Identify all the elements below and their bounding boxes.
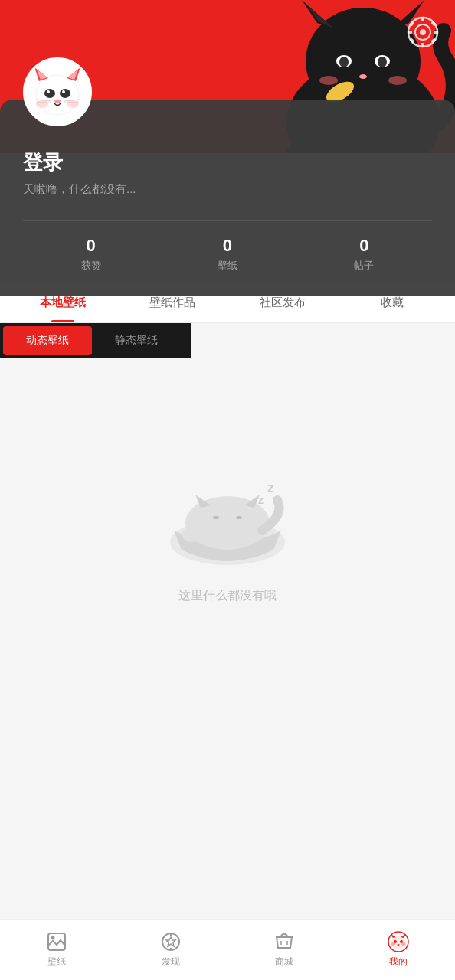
svg-point-43 bbox=[185, 496, 270, 550]
svg-point-10 bbox=[319, 76, 338, 85]
login-subtitle: 天啦噜，什么都没有... bbox=[23, 182, 432, 197]
image-icon bbox=[46, 931, 67, 952]
nav-discover-label: 发现 bbox=[162, 956, 180, 969]
svg-point-32 bbox=[60, 89, 70, 98]
nav-wallpaper[interactable]: 壁纸 bbox=[0, 931, 114, 969]
empty-state: z z 这里什么都没有哦 bbox=[0, 389, 455, 665]
svg-point-41 bbox=[67, 100, 79, 108]
avatar[interactable] bbox=[23, 57, 92, 126]
svg-point-50 bbox=[182, 527, 205, 542]
svg-text:z: z bbox=[258, 494, 264, 506]
nav-shop-label: 商城 bbox=[275, 956, 293, 969]
svg-point-40 bbox=[36, 100, 48, 108]
svg-point-31 bbox=[44, 89, 55, 98]
svg-point-34 bbox=[62, 90, 65, 93]
stats-row: 0 获赞 0 壁纸 0 帖子 bbox=[23, 220, 432, 273]
stat-posts[interactable]: 0 帖子 bbox=[296, 236, 432, 273]
discover-icon bbox=[160, 931, 182, 952]
stat-wallpaper[interactable]: 0 壁纸 bbox=[159, 236, 295, 273]
svg-point-65 bbox=[391, 942, 395, 946]
empty-illustration: z z bbox=[151, 450, 304, 573]
svg-point-47 bbox=[236, 516, 242, 519]
svg-point-26 bbox=[36, 75, 79, 115]
sub-tab-static[interactable]: 静态壁纸 bbox=[92, 326, 181, 355]
login-title[interactable]: 登录 bbox=[23, 149, 432, 176]
svg-point-8 bbox=[378, 57, 387, 67]
sub-tab-navigation: 动态壁纸 静态壁纸 bbox=[0, 323, 191, 358]
sub-tab-dynamic[interactable]: 动态壁纸 bbox=[3, 326, 92, 355]
stat-likes-label: 获赞 bbox=[23, 259, 159, 273]
nav-profile-label: 我的 bbox=[389, 956, 408, 969]
stat-likes[interactable]: 0 获赞 bbox=[23, 236, 159, 273]
svg-rect-20 bbox=[434, 31, 438, 34]
main-content: 本地壁纸 壁纸作品 社区发布 收藏 动态壁纸 静态壁纸 bbox=[0, 283, 455, 665]
nav-shop[interactable]: 商城 bbox=[228, 931, 342, 969]
svg-point-61 bbox=[391, 936, 405, 949]
nav-wallpaper-label: 壁纸 bbox=[47, 956, 66, 969]
svg-point-35 bbox=[54, 100, 61, 103]
svg-point-66 bbox=[401, 942, 406, 946]
stat-wallpaper-number: 0 bbox=[159, 236, 295, 256]
svg-point-46 bbox=[213, 516, 219, 519]
profile-card: 登录 天啦噜，什么都没有... 0 获赞 0 壁纸 0 帖子 bbox=[0, 100, 455, 296]
shop-icon bbox=[273, 931, 295, 952]
svg-point-7 bbox=[339, 57, 349, 67]
stat-posts-label: 帖子 bbox=[296, 259, 432, 273]
svg-point-16 bbox=[420, 29, 426, 35]
empty-text: 这里什么都没有哦 bbox=[178, 588, 277, 604]
stat-posts-number: 0 bbox=[296, 236, 432, 256]
svg-point-53 bbox=[162, 933, 179, 950]
svg-point-52 bbox=[51, 936, 55, 940]
stat-likes-number: 0 bbox=[23, 236, 159, 256]
svg-point-9 bbox=[359, 74, 367, 79]
nav-discover[interactable]: 发现 bbox=[114, 931, 228, 969]
bottom-navigation: 壁纸 发现 商城 bbox=[0, 919, 455, 980]
svg-text:z: z bbox=[267, 480, 274, 495]
svg-point-64 bbox=[397, 944, 399, 946]
svg-point-33 bbox=[47, 90, 50, 93]
profile-icon bbox=[388, 931, 409, 952]
svg-point-11 bbox=[388, 76, 407, 85]
svg-rect-18 bbox=[421, 43, 424, 47]
svg-rect-17 bbox=[421, 17, 424, 21]
settings-button[interactable] bbox=[406, 15, 440, 49]
stat-wallpaper-label: 壁纸 bbox=[159, 259, 295, 273]
svg-rect-19 bbox=[408, 31, 412, 34]
nav-profile[interactable]: 我的 bbox=[342, 931, 456, 969]
